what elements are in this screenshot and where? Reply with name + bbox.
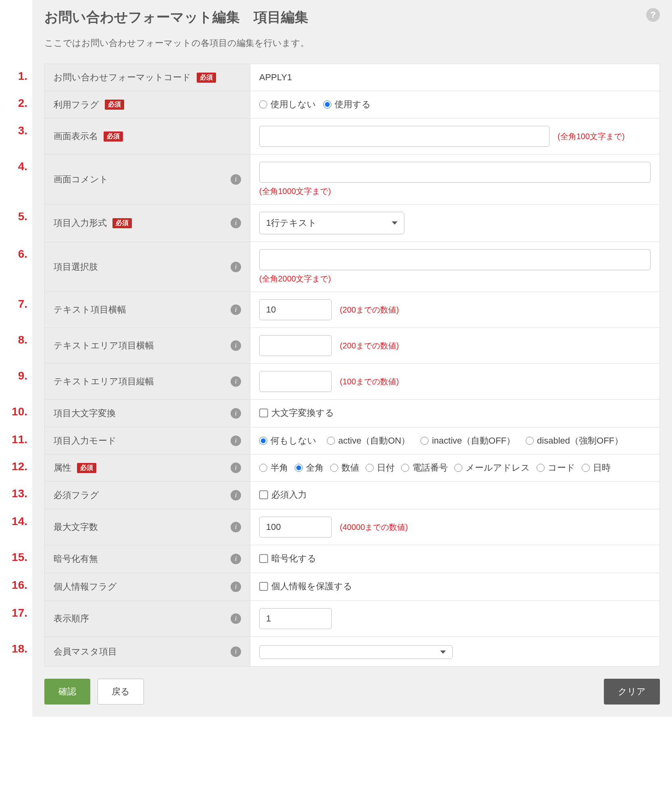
- info-icon[interactable]: i: [231, 646, 241, 657]
- row-max-len: 最大文字数 i (40000までの数値): [45, 509, 660, 545]
- checkbox-uppercase[interactable]: [259, 409, 268, 417]
- clear-button[interactable]: クリア: [604, 679, 660, 705]
- required-badge: 必須: [112, 218, 132, 228]
- row-marker: 9.: [18, 369, 27, 382]
- label-max-len: 最大文字数: [54, 521, 98, 533]
- radio-attr-full[interactable]: [295, 464, 303, 472]
- radio-attr-tel[interactable]: [401, 464, 409, 472]
- info-icon[interactable]: i: [231, 218, 241, 228]
- checkbox-encrypt[interactable]: [259, 554, 268, 563]
- checkbox-required-label: 必須入力: [271, 489, 307, 501]
- info-icon[interactable]: i: [231, 376, 241, 387]
- radio-im-active[interactable]: [327, 437, 335, 445]
- radio-attr-date[interactable]: [366, 464, 374, 472]
- checkbox-encrypt-label: 暗号化する: [271, 552, 316, 565]
- label-uppercase: 項目大文字変換: [54, 407, 116, 419]
- label-member-master: 会員マスタ項目: [54, 646, 117, 658]
- back-button[interactable]: 戻る: [98, 679, 144, 705]
- chevron-down-icon: [440, 650, 446, 654]
- row-attribute: 属性 必須 i 半角 全角 数値 日付 電話番号 メールアドレス コード: [45, 454, 660, 482]
- info-icon[interactable]: i: [231, 463, 241, 473]
- info-icon[interactable]: i: [231, 340, 241, 351]
- radio-attr-num[interactable]: [330, 464, 338, 472]
- row-display-name: 画面表示名 必須 (全角100文字まで): [45, 119, 660, 154]
- label-input-mode: 項目入力モード: [54, 435, 117, 447]
- label-input-type: 項目入力形式: [54, 217, 107, 229]
- hint-text-width: (200までの数値): [340, 304, 399, 315]
- select-input-type-value: 1行テキスト: [266, 217, 317, 229]
- label-textarea-width: テキストエリア項目横幅: [54, 340, 154, 352]
- checkbox-uppercase-label: 大文字変換する: [271, 407, 334, 419]
- row-marker: 6.: [18, 248, 27, 261]
- input-screen-comment[interactable]: [259, 162, 651, 183]
- row-marker: 5.: [18, 210, 27, 223]
- input-display-name[interactable]: [259, 126, 549, 147]
- radio-im-disabled[interactable]: [526, 437, 534, 445]
- row-screen-comment: 画面コメント i (全角1000文字まで): [45, 154, 660, 204]
- hint-choices: (全角2000文字まで): [259, 273, 651, 284]
- radio-use-on-label: 使用する: [335, 98, 371, 110]
- radio-attr-mail[interactable]: [454, 464, 462, 472]
- row-marker: 1.: [18, 70, 27, 83]
- hint-textarea-width: (200までの数値): [340, 340, 399, 351]
- label-format-code: お問い合わせフォーマットコード: [54, 71, 191, 83]
- row-marker: 12.: [12, 460, 27, 473]
- chevron-down-icon: [392, 221, 397, 225]
- info-icon[interactable]: i: [231, 613, 241, 624]
- label-attribute: 属性: [54, 462, 71, 474]
- row-pii: 個人情報フラグ i 個人情報を保護する: [45, 573, 660, 601]
- radio-attr-datetime[interactable]: [582, 464, 590, 472]
- radio-attr-half[interactable]: [259, 464, 267, 472]
- row-marker: 2.: [18, 97, 27, 110]
- row-marker: 7.: [18, 298, 27, 311]
- input-order[interactable]: [259, 608, 332, 629]
- info-icon[interactable]: i: [231, 262, 241, 272]
- input-max-len[interactable]: [259, 517, 332, 538]
- checkbox-pii[interactable]: [259, 582, 268, 591]
- row-marker: 14.: [12, 515, 27, 528]
- required-badge: 必須: [105, 100, 124, 110]
- page-description: ここではお問い合わせフォーマットの各項目の編集を行います。: [44, 37, 309, 49]
- info-icon[interactable]: i: [231, 522, 241, 532]
- row-use-flag: 利用フラグ 必須 使用しない 使用する: [45, 91, 660, 119]
- row-marker: 10.: [12, 405, 27, 418]
- input-textarea-height[interactable]: [259, 371, 332, 392]
- info-icon[interactable]: i: [231, 490, 241, 500]
- radio-use-on[interactable]: [323, 100, 331, 108]
- label-textarea-height: テキストエリア項目縦幅: [54, 375, 154, 388]
- select-member-master[interactable]: [259, 645, 453, 659]
- help-icon[interactable]: ?: [646, 8, 660, 22]
- row-encrypt: 暗号化有無 i 暗号化する: [45, 545, 660, 573]
- hint-display-name: (全角100文字まで): [558, 131, 625, 142]
- row-order: 表示順序 i: [45, 601, 660, 637]
- row-marker: 4.: [18, 160, 27, 173]
- info-icon[interactable]: i: [231, 408, 241, 419]
- checkbox-pii-label: 個人情報を保護する: [271, 580, 352, 592]
- hint-textarea-height: (100までの数値): [340, 376, 399, 387]
- label-pii: 個人情報フラグ: [54, 581, 117, 593]
- info-icon[interactable]: i: [231, 304, 241, 315]
- radio-im-inactive[interactable]: [420, 437, 429, 445]
- info-icon[interactable]: i: [231, 174, 241, 185]
- radio-im-none[interactable]: [259, 437, 267, 445]
- radio-use-off[interactable]: [259, 100, 267, 108]
- row-marker: 16.: [12, 579, 27, 592]
- confirm-button[interactable]: 確認: [44, 679, 90, 705]
- label-required-flag: 必須フラグ: [54, 489, 99, 501]
- input-choices[interactable]: [259, 249, 651, 270]
- label-choices: 項目選択肢: [54, 261, 98, 273]
- checkbox-required[interactable]: [259, 490, 268, 499]
- info-icon[interactable]: i: [231, 582, 241, 592]
- row-required-flag: 必須フラグ i 必須入力: [45, 482, 660, 509]
- label-screen-comment: 画面コメント: [54, 173, 108, 186]
- select-input-type[interactable]: 1行テキスト: [259, 212, 404, 234]
- radio-attr-code[interactable]: [537, 464, 545, 472]
- required-badge: 必須: [77, 463, 96, 473]
- info-icon[interactable]: i: [231, 554, 241, 564]
- label-encrypt: 暗号化有無: [54, 553, 98, 565]
- row-marker: 18.: [12, 642, 27, 655]
- input-textarea-width[interactable]: [259, 335, 332, 356]
- info-icon[interactable]: i: [231, 436, 241, 446]
- input-text-width[interactable]: [259, 299, 332, 320]
- label-display-name: 画面表示名: [54, 130, 98, 142]
